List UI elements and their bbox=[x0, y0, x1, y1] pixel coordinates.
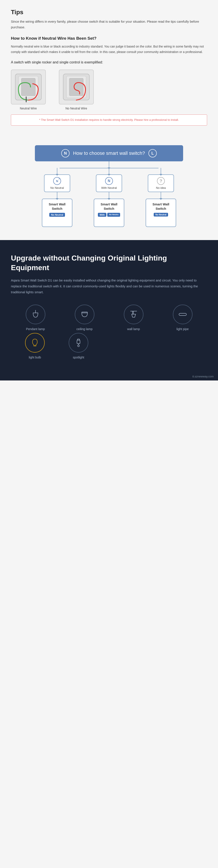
light-item-pendant: Pendant lamp bbox=[16, 305, 55, 331]
product-box-1: Smart Wall Switch No Neutral bbox=[42, 198, 72, 227]
light-circle-spot bbox=[69, 333, 88, 352]
light-item-ceiling: ceiling lamp bbox=[65, 305, 104, 331]
neutral-wire-label: Neutral Wire bbox=[20, 106, 37, 110]
svg-rect-2 bbox=[21, 78, 35, 96]
light-circle-wall bbox=[124, 305, 144, 324]
product-tags-1: No Neutral bbox=[49, 213, 65, 217]
product-tag-no-neutra: No Neutra bbox=[107, 213, 120, 217]
product-tag-with: With bbox=[98, 213, 106, 217]
upgrade-body: Aqara Smart Wall Switch D1 can be easily… bbox=[11, 277, 207, 295]
header-arrow-down bbox=[109, 161, 109, 168]
light-label-wall: wall lamp bbox=[127, 327, 140, 331]
no-neutral-wire-diagram: No Neutral Wire bbox=[59, 69, 94, 110]
flowchart-header: N How to choose smart wall switch? L bbox=[35, 145, 183, 161]
flowchart: N How to choose smart wall switch? L N +… bbox=[18, 145, 200, 227]
light-item-pipe: light pipe bbox=[163, 305, 202, 331]
product-box-2: Smart Wall Switch With No Neutra bbox=[94, 198, 124, 227]
branch-circle-no-idea: ? bbox=[157, 177, 165, 185]
svg-rect-14 bbox=[179, 313, 186, 315]
branch-circle-with-neutral: N bbox=[105, 177, 113, 185]
no-neutral-wire-box bbox=[59, 69, 94, 104]
branch-label-no-neutral: No Neutral bbox=[50, 186, 64, 189]
neutral-wire-box bbox=[11, 69, 46, 104]
branch-arrow-3 bbox=[161, 192, 161, 198]
light-item-spot: spotlight bbox=[57, 333, 100, 359]
light-circle-pipe bbox=[173, 305, 192, 324]
product-tag-no-neutral-1: No Neutral bbox=[49, 213, 65, 217]
branch-node-no-idea: ? No idea bbox=[148, 175, 174, 192]
circle-letter-n: N bbox=[61, 149, 69, 157]
branch-vline-2 bbox=[109, 168, 109, 175]
product-title-1: Smart Wall Switch bbox=[44, 202, 70, 211]
choose-section: N How to choose smart wall switch? L N +… bbox=[0, 132, 218, 240]
light-label-ceiling: ceiling lamp bbox=[76, 327, 93, 331]
product-title-3: Smart Wall Switch bbox=[148, 202, 174, 211]
light-circle-pendant bbox=[26, 305, 45, 324]
flowchart-split: N + No Neutral Smart Wall Switch No Neut… bbox=[35, 168, 183, 227]
light-circle-ceiling bbox=[75, 305, 94, 324]
light-item-bulb: light bulb bbox=[13, 333, 57, 359]
product-tags-2: With No Neutra bbox=[98, 213, 120, 217]
branch-node-no-neutral: N + No Neutral bbox=[44, 175, 70, 192]
branch-node-with-neutral: N With Neutral bbox=[96, 175, 122, 192]
wire-diagrams: Neutral Wire No Neutral Wire bbox=[11, 69, 207, 110]
branch-with-neutral: N With Neutral Smart Wall Switch With No… bbox=[87, 168, 131, 227]
circle-letter-l: L bbox=[149, 149, 157, 157]
tips-exemplified: A switch with single rocker and single c… bbox=[11, 60, 207, 64]
warning-box: * The Smart Wall Switch D1 installation … bbox=[11, 115, 207, 126]
tips-section: Tips Since the wiring differs in every f… bbox=[0, 0, 218, 132]
svg-rect-7 bbox=[69, 78, 83, 96]
tips-title: Tips bbox=[11, 9, 207, 16]
watermark: it.sznewway.com bbox=[0, 372, 218, 380]
branch-no-idea: ? No idea Smart Wall Switch No Neutral bbox=[138, 168, 183, 227]
light-circle-bulb bbox=[25, 333, 45, 352]
branch-arrow-1 bbox=[57, 192, 57, 198]
branch-circle-no-neutral: N + bbox=[53, 177, 61, 185]
product-box-3: Smart Wall Switch No Neutral bbox=[146, 198, 176, 227]
tips-intro: Since the wiring differs in every family… bbox=[11, 19, 207, 30]
svg-point-20 bbox=[77, 345, 80, 347]
light-label-spot: spotlight bbox=[73, 355, 84, 359]
light-icons-row-2: light bulb spotlight bbox=[11, 333, 207, 359]
light-label-bulb: light bulb bbox=[29, 355, 41, 359]
warning-text: * The Smart Wall Switch D1 installation … bbox=[15, 118, 203, 122]
watermark-text: it.sznewway.com bbox=[192, 375, 214, 378]
light-label-pendant: Pendant lamp bbox=[26, 327, 45, 331]
branch-arrow-2 bbox=[109, 192, 109, 198]
light-label-pipe: light pipe bbox=[176, 327, 189, 331]
upgrade-section: Upgrade without Changing Original Lighti… bbox=[0, 240, 218, 372]
flowchart-header-title: How to choose smart wall switch? bbox=[73, 150, 145, 156]
branch-vline-3 bbox=[161, 168, 161, 175]
light-icons-row-1: Pendant lamp ceiling lamp bbox=[11, 305, 207, 331]
branch-label-no-idea: No idea bbox=[156, 186, 166, 189]
branch-label-with-neutral: With Neutral bbox=[101, 186, 117, 189]
branch-no-neutral: N + No Neutral Smart Wall Switch No Neut… bbox=[35, 168, 80, 227]
branch-vline-1 bbox=[57, 168, 57, 175]
upgrade-title: Upgrade without Changing Original Lighti… bbox=[11, 253, 207, 272]
no-neutral-wire-label: No Neutral Wire bbox=[65, 106, 87, 110]
svg-rect-18 bbox=[77, 340, 80, 344]
neutral-wire-diagram: Neutral Wire bbox=[11, 69, 46, 110]
tips-body: Normally neutral wire is blue or black a… bbox=[11, 44, 207, 55]
svg-rect-11 bbox=[132, 311, 133, 314]
tips-subtitle: How to Know if Neutral Wire Has Been Set… bbox=[11, 36, 207, 41]
product-title-2: Smart Wall Switch bbox=[96, 202, 122, 211]
product-tag-no-neutral-3: No Neutral bbox=[154, 213, 168, 217]
product-tags-3: No Neutral bbox=[154, 213, 168, 217]
light-item-wall: wall lamp bbox=[114, 305, 153, 331]
